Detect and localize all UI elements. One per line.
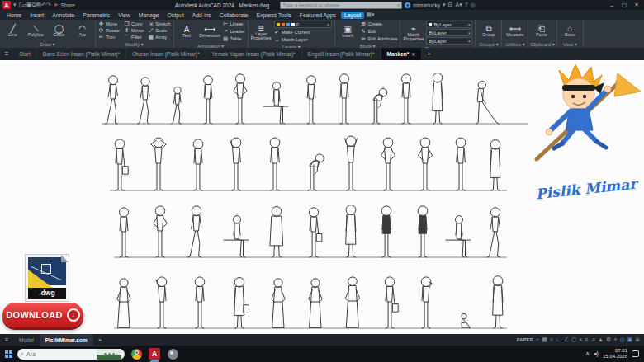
ribbon-tab-parametric[interactable]: Parametric	[79, 12, 113, 19]
file-tab-oturan-i-nsan-pislik-mimar-[interactable]: Oturan İnsan (Pislik Mimar)*	[126, 48, 206, 60]
chrome-taskbar-icon[interactable]	[130, 347, 143, 360]
isodraft-icon[interactable]: ⬡	[571, 336, 576, 344]
user-avatar-icon[interactable]: ●	[405, 2, 410, 8]
share-button[interactable]: Share	[61, 2, 75, 8]
color-dropdown[interactable]: ByLayer▾	[426, 21, 472, 28]
ribbon-button-line[interactable]: ╱Line	[2, 24, 23, 38]
ribbon-button-base[interactable]: ⌂Base	[560, 24, 580, 38]
file-tab-yemek-yapan-i-nsan-pislik-mimar-[interactable]: Yemek Yapan İnsan (Pislik Mimar)*	[206, 48, 302, 60]
ribbon-tab-annotate[interactable]: Annotate	[49, 12, 78, 19]
ribbon-button-insert[interactable]: ▣Insert	[338, 25, 358, 39]
layout-tab-model[interactable]: Model	[13, 334, 40, 346]
app-taskbar-icon[interactable]	[166, 347, 179, 360]
help-search-box[interactable]: ⌕	[280, 2, 402, 9]
minimize-button[interactable]: –	[607, 2, 617, 8]
ribbon-button-scale[interactable]: ⤢Scale	[148, 27, 170, 34]
linetype-dropdown[interactable]: ByLayer▾	[426, 29, 472, 36]
ribbon-button-table[interactable]: ▤Table	[223, 35, 245, 42]
redo-icon[interactable]: ↷	[46, 2, 51, 7]
ribbon-button-fillet[interactable]: ⌒Fillet	[124, 34, 144, 40]
volume-icon[interactable]: ◂)	[594, 350, 599, 357]
ribbon-button-polyline[interactable]: ⟍Polyline	[26, 24, 46, 38]
ucs-icon[interactable]: ⌐	[536, 336, 539, 344]
ribbon-button-stretch[interactable]: ⇲Stretch	[148, 21, 170, 27]
tab-close-icon[interactable]: ✕	[411, 51, 415, 57]
app-menu-caret-icon[interactable]: ▾	[13, 1, 17, 9]
ribbon-tab-manage[interactable]: Manage	[135, 12, 163, 19]
layout-tab-pislikmimar-com[interactable]: PislikMimar.com	[40, 334, 93, 346]
ribbon-button-rotate[interactable]: ⟳Rotate	[98, 27, 120, 34]
lineweight-icon[interactable]: ≡	[585, 336, 588, 344]
user-caret-icon[interactable]: ▾	[443, 1, 446, 9]
ribbon-button-match-properties[interactable]: ⌁Match Properties	[403, 24, 424, 42]
panel-label-utilities[interactable]: Utilities ▾	[502, 41, 528, 48]
ribbon-button-linear[interactable]: ⊢Linear	[223, 21, 245, 27]
ribbon-tab-layout[interactable]: Layout	[341, 12, 364, 19]
ribbon-button-measure[interactable]: ⟺Measure	[504, 24, 525, 38]
dwg-file-icon[interactable]: .dwg	[25, 254, 69, 302]
help-search-input[interactable]	[282, 2, 395, 7]
customize-menu-icon[interactable]: ≣	[635, 336, 640, 344]
maximize-button[interactable]: ▢	[619, 2, 629, 8]
ribbon-button-paste[interactable]: ⎗Paste	[531, 24, 552, 38]
annotation-scale-icon[interactable]: ▲	[598, 336, 604, 344]
paper-space-label[interactable]: PAPER	[517, 337, 534, 342]
ribbon-button-dimension[interactable]: ⟷Dimension	[200, 25, 220, 39]
file-tab-engelli-i-nsan-pislik-mimar-[interactable]: Engelli İnsan (Pislik Mimar)*	[302, 48, 381, 60]
layer-dropdown[interactable]: 0▾	[274, 21, 332, 28]
snap-icon[interactable]: ⌗	[550, 336, 553, 344]
taskbar-clock[interactable]: 07:01 15.04.2026	[603, 348, 627, 360]
ribbon-tab-collaborate[interactable]: Collaborate	[216, 12, 252, 19]
grid-icon[interactable]: ▦	[542, 336, 547, 344]
ribbon-button-make-current[interactable]: ✔Make Current	[274, 29, 332, 35]
ribbon-button-array[interactable]: ▦Array	[148, 34, 170, 40]
ribbon-tab-add-ins[interactable]: Add-ins	[189, 12, 215, 19]
share-icon[interactable]: ➤	[54, 1, 59, 9]
ribbon-button-move[interactable]: ✥Move	[98, 21, 120, 27]
ribbon-button-layer-properties[interactable]: ≣Layer Properties	[251, 23, 272, 41]
panel-label-clipboard[interactable]: Clipboard ▾	[528, 41, 556, 48]
panel-label-draw[interactable]: Draw ▾	[0, 41, 95, 48]
ribbon-tab-express-tools[interactable]: Express Tools	[253, 12, 295, 19]
ribbon-button-create[interactable]: ⊞Create	[361, 21, 398, 27]
ortho-icon[interactable]: ∟	[556, 336, 561, 344]
dynamic-ucs-icon[interactable]: ⊿	[590, 336, 595, 344]
close-button[interactable]: ✕	[632, 2, 642, 8]
file-tab-manken-[interactable]: Manken*✕	[381, 48, 423, 60]
file-tab-start[interactable]: Start	[13, 48, 37, 60]
panel-label-modify[interactable]: Modify ▾	[96, 41, 173, 48]
autocad-taskbar-icon[interactable]: A	[148, 347, 161, 360]
new-layout-button[interactable]: +	[93, 336, 107, 344]
ribbon-tab-view[interactable]: View	[115, 12, 134, 19]
file-tabs-menu-icon[interactable]: ≡	[0, 50, 13, 58]
ribbon-button-edit-attributes[interactable]: ✏Edit Attributes	[361, 35, 398, 42]
autodesk-account-icon[interactable]: A▾	[455, 1, 462, 9]
taskbar-search-input[interactable]	[26, 351, 94, 357]
ribbon-tab-featured-apps[interactable]: Featured Apps	[296, 12, 339, 19]
tray-expand-icon[interactable]: ∧	[585, 350, 590, 357]
ribbon-button-trim[interactable]: ✂Trim	[98, 34, 120, 40]
isolate-icon[interactable]: ◎	[619, 336, 624, 344]
ribbon-tab-insert[interactable]: Insert	[26, 12, 47, 19]
workspace-gear-icon[interactable]: ⚙	[606, 336, 611, 344]
ribbon-tab-output[interactable]: Output	[163, 12, 187, 19]
ribbon-button-edit[interactable]: ✎Edit	[361, 28, 398, 35]
download-button[interactable]: DOWNLOAD ↓	[2, 303, 83, 327]
help-icon[interactable]: ?	[465, 1, 468, 9]
search-icon[interactable]: ⌕	[397, 2, 400, 8]
drawing-canvas[interactable]: Pislik Mimar	[0, 60, 644, 334]
osnap-icon[interactable]: ⌖	[579, 336, 582, 344]
app-store-icon[interactable]: ⊟	[448, 1, 453, 9]
polar-tracking-icon[interactable]: ∠	[564, 336, 569, 344]
ribbon-button-circle[interactable]: ◯Circle	[49, 24, 69, 38]
username[interactable]: mimarlucky	[413, 2, 440, 8]
panel-label-groups[interactable]: Groups ▾	[476, 41, 501, 48]
file-tab-dans-eden-i-nsan-pislik-mimar-[interactable]: Dans Eden İnsan (Pislik Mimar)*	[37, 48, 127, 60]
panel-label-view[interactable]: View ▾	[557, 41, 583, 48]
start-button-icon[interactable]	[5, 350, 12, 358]
notification-center-icon[interactable]	[632, 350, 639, 357]
layout-menu-icon[interactable]: ≡	[0, 336, 13, 344]
ribbon-button-copy[interactable]: ❐Copy	[124, 21, 144, 27]
ribbon-options-icon[interactable]: ▦▾	[366, 11, 374, 19]
notifications-icon[interactable]: ◎	[471, 1, 476, 9]
